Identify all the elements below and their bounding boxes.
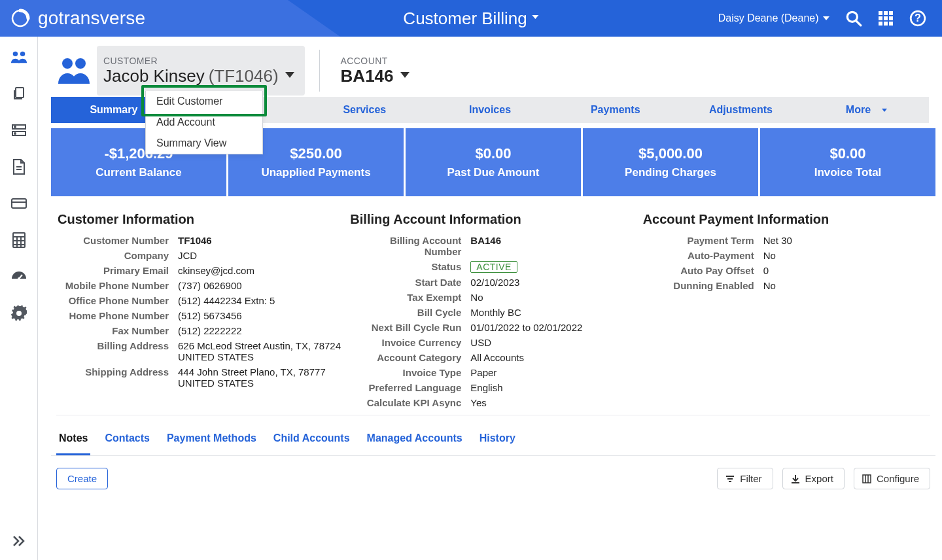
configure-button[interactable]: Configure (854, 468, 930, 489)
sidebar-expand-icon[interactable] (10, 533, 27, 550)
field-label: Next Bill Cycle Run (350, 322, 461, 333)
divider (319, 50, 320, 92)
tab-adjustments[interactable]: Adjustments (678, 97, 804, 123)
subtab-managed-accounts[interactable]: Managed Accounts (364, 426, 465, 455)
content-scroll[interactable]: -$1,206.29 Current Balance $250.00 Unapp… (51, 127, 939, 560)
tab-label: Adjustments (709, 104, 773, 116)
customer-dropdown: Edit Customer Add Account Summary View (145, 91, 263, 154)
brand-name: gotransverse (38, 8, 145, 29)
sidebar-document-icon[interactable] (10, 158, 27, 175)
subtab-notes[interactable]: Notes (56, 426, 90, 455)
sidebar-customers-icon[interactable] (10, 48, 27, 65)
search-icon[interactable] (845, 10, 862, 27)
dropdown-item-summary-view[interactable]: Summary View (146, 133, 262, 154)
help-icon[interactable]: ? (909, 10, 926, 27)
field-label: Preferred Language (350, 382, 461, 393)
field-value: JCD (178, 250, 343, 261)
button-label: Configure (877, 473, 919, 484)
field-value: Paper (470, 367, 636, 378)
svg-point-15 (20, 52, 24, 56)
download-icon (791, 474, 800, 483)
tab-label: More (846, 104, 871, 116)
tab-label: Payments (591, 104, 640, 116)
field-label: Payment Term (643, 235, 754, 246)
field-value: ACTIVE (470, 261, 636, 273)
info-region: Customer Information Customer NumberTF10… (51, 196, 935, 415)
svg-rect-3 (879, 11, 882, 15)
field-value: (512) 5673456 (178, 310, 343, 321)
subtab-child-accounts[interactable]: Child Accounts (271, 426, 353, 455)
billing-info-column: Billing Account Information Billing Acco… (350, 212, 636, 408)
account-switcher[interactable]: ACCOUNT BA146 (334, 46, 420, 96)
summary-card: $0.00 Invoice Total (760, 128, 935, 196)
user-menu[interactable]: Daisy Deane (Deane) (718, 12, 829, 24)
subtab-history[interactable]: History (477, 426, 518, 455)
svg-rect-23 (12, 199, 26, 208)
customer-name: Jacob Kinsey (103, 66, 205, 86)
tab-label: Summary (90, 104, 137, 116)
subtab-contacts[interactable]: Contacts (102, 426, 152, 455)
sidebar-card-icon[interactable] (10, 195, 27, 212)
sidebar-calculator-icon[interactable] (10, 232, 27, 249)
account-name: BA146 (341, 66, 394, 86)
user-name: Daisy Deane (Deane) (718, 12, 819, 24)
module-switcher[interactable]: Customer Billing (403, 9, 538, 29)
svg-rect-4 (884, 11, 888, 15)
summary-card: $5,000.00 Pending Charges (583, 128, 758, 196)
tab-payments[interactable]: Payments (553, 97, 678, 123)
tab-invoices[interactable]: Invoices (427, 97, 553, 123)
sidebar (0, 37, 38, 560)
summary-label: Pending Charges (625, 166, 716, 179)
filter-button[interactable]: Filter (717, 468, 773, 489)
sidebar-server-icon[interactable] (10, 122, 27, 139)
tab-services[interactable]: Services (302, 97, 427, 123)
dropdown-item-add-account[interactable]: Add Account (146, 112, 262, 133)
summary-card: $0.00 Past Due Amount (406, 128, 581, 196)
entity-header: CUSTOMER Jacob Kinsey (TF1046) ACCOUNT B… (51, 46, 929, 96)
svg-rect-9 (879, 22, 882, 26)
svg-point-34 (75, 58, 86, 69)
chevron-down-icon (285, 72, 294, 78)
create-button[interactable]: Create (56, 468, 108, 489)
export-button[interactable]: Export (782, 468, 845, 489)
customer-info-grid: Customer NumberTF1046CompanyJCDPrimary E… (58, 235, 343, 389)
field-value: Monthly BC (470, 307, 636, 318)
field-label: Office Phone Number (58, 295, 169, 306)
tab-label: Services (343, 104, 386, 116)
field-label: Auto Pay Offset (643, 265, 754, 276)
sidebar-dashboard-icon[interactable] (10, 268, 27, 285)
customer-switcher[interactable]: CUSTOMER Jacob Kinsey (TF1046) (97, 46, 305, 96)
field-value: 0 (763, 265, 929, 276)
tab-more[interactable]: More (803, 97, 929, 123)
field-label: Auto-Payment (643, 250, 754, 261)
apps-grid-icon[interactable] (878, 10, 894, 26)
sidebar-copy-icon[interactable] (10, 85, 27, 102)
field-value: ckinsey@jcd.com (178, 265, 343, 276)
field-label: Billing Account Number (350, 235, 461, 257)
svg-line-2 (856, 21, 861, 26)
field-label: Customer Number (58, 235, 169, 246)
field-value: English (470, 382, 636, 393)
summary-label: Unapplied Payments (261, 166, 370, 179)
svg-point-19 (14, 126, 16, 128)
field-label: Fax Number (58, 325, 169, 336)
brand-logo-icon (10, 9, 30, 28)
subtab-payment-methods[interactable]: Payment Methods (164, 426, 259, 455)
field-label: Tax Exempt (350, 292, 461, 303)
dropdown-item-edit-customer[interactable]: Edit Customer (146, 91, 262, 112)
chevron-down-icon (823, 16, 829, 20)
summary-amount: $5,000.00 (638, 145, 703, 162)
field-value: (512) 4442234 Extn: 5 (178, 295, 343, 306)
sidebar-settings-icon[interactable] (10, 305, 27, 322)
field-label: Bill Cycle (350, 307, 461, 318)
brand-area: gotransverse (0, 8, 145, 29)
field-label: Home Phone Number (58, 310, 169, 321)
module-name: Customer Billing (403, 9, 527, 29)
field-label: Calculate KPI Async (350, 397, 461, 408)
section-title: Billing Account Information (350, 212, 636, 227)
svg-rect-8 (889, 16, 893, 20)
customer-info-column: Customer Information Customer NumberTF10… (58, 212, 343, 408)
subtabs: Notes Contacts Payment Methods Child Acc… (51, 426, 935, 456)
divider (56, 415, 930, 415)
topbar: gotransverse Customer Billing Daisy Dean… (0, 0, 942, 37)
